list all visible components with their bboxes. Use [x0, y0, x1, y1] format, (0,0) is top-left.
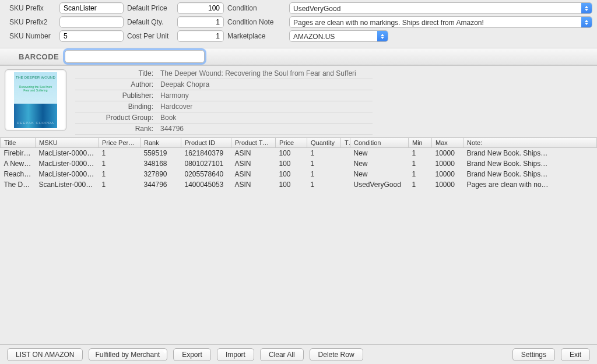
- dropdown-icon: [581, 3, 592, 13]
- col-product-id[interactable]: Product ID: [181, 138, 231, 148]
- sku-prefix-input[interactable]: [59, 2, 124, 14]
- cell-cond: New: [350, 158, 409, 169]
- table-row[interactable]: Firebird…MacLister-000002155951916218403…: [1, 148, 597, 159]
- cell-max: 10000: [432, 179, 463, 190]
- sku-number-label: SKU Number: [9, 32, 56, 40]
- export-button[interactable]: Export: [173, 348, 211, 361]
- binding-value: Hardcover: [157, 101, 373, 112]
- condition-value: UsedVeryGood: [290, 3, 581, 13]
- cell-qty: 1: [307, 179, 341, 190]
- product-thumbnail: THE DEEPER WOUND Recovering the Soul fro…: [5, 69, 66, 131]
- exit-button[interactable]: Exit: [561, 348, 590, 361]
- cell-pid: 0205578640: [181, 169, 231, 179]
- author-value: Deepak Chopra: [157, 79, 373, 90]
- cell-note: Pages are clean with no…: [463, 179, 597, 190]
- title-label: Title:: [75, 68, 157, 79]
- cell-price: 100: [276, 179, 307, 190]
- cell-title: A New P…: [1, 158, 36, 169]
- col-note[interactable]: Note:: [463, 138, 597, 148]
- barcode-input[interactable]: [65, 50, 205, 63]
- cell-t: [341, 148, 350, 159]
- dropdown-icon: [581, 17, 592, 27]
- cell-qty: 1: [307, 158, 341, 169]
- product-fields: Title: The Deeper Wound: Recovering the …: [75, 68, 373, 135]
- sku-prefix2-input[interactable]: [59, 16, 124, 28]
- cell-ptype: ASIN: [231, 148, 276, 159]
- cell-rank: 344796: [141, 179, 181, 190]
- clear-all-button[interactable]: Clear All: [260, 348, 304, 361]
- marketplace-label: Marketplace: [227, 32, 286, 40]
- cell-title: Firebird…: [1, 148, 36, 159]
- col-condition[interactable]: Condition: [350, 138, 409, 148]
- sku-number-input[interactable]: [59, 30, 124, 42]
- cell-t: [341, 169, 350, 179]
- col-min[interactable]: Min: [409, 138, 432, 148]
- listing-table: Title MSKU Price Per Unit Rank Product I…: [0, 137, 597, 190]
- rank-value: 344796: [157, 123, 373, 135]
- col-rank[interactable]: Rank: [141, 138, 181, 148]
- barcode-row: BARCODE: [0, 48, 597, 65]
- fulfillment-value: Fulfilled by Merchant: [95, 351, 163, 359]
- cell-msku: MacLister-000002: [36, 148, 99, 159]
- col-t[interactable]: T: [341, 138, 350, 148]
- cell-ppu: 1: [99, 148, 141, 159]
- author-label: Author:: [75, 79, 157, 90]
- cell-qty: 1: [307, 169, 341, 179]
- import-button[interactable]: Import: [217, 348, 254, 361]
- col-title[interactable]: Title: [1, 138, 36, 148]
- marketplace-select[interactable]: AMAZON.US: [289, 30, 388, 42]
- cell-pid: 1400045053: [181, 179, 231, 190]
- col-max[interactable]: Max: [432, 138, 463, 148]
- table-row[interactable]: The Dee…ScanLister-000…13447961400045053…: [1, 179, 597, 190]
- condition-select[interactable]: UsedVeryGood: [289, 2, 592, 14]
- cell-qty: 1: [307, 148, 341, 159]
- col-price[interactable]: Price: [276, 138, 307, 148]
- col-quantity[interactable]: Quantity: [307, 138, 341, 148]
- col-price-per-unit[interactable]: Price Per Unit: [99, 138, 141, 148]
- publisher-label: Publisher:: [75, 90, 157, 101]
- marketplace-value: AMAZON.US: [290, 31, 377, 41]
- cell-rank: 348168: [141, 158, 181, 169]
- table-row[interactable]: A New P…MacLister-0000031348168080102710…: [1, 158, 597, 169]
- delete-row-button[interactable]: Delete Row: [310, 348, 363, 361]
- cell-title: Reachin…: [1, 169, 36, 179]
- cell-title: The Dee…: [1, 179, 36, 190]
- fulfillment-select[interactable]: Fulfilled by Merchant: [89, 348, 167, 361]
- condition-note-label: Condition Note: [227, 18, 286, 26]
- condition-note-value: Pages are clean with no markings. Ships …: [290, 17, 581, 27]
- default-price-label: Default Price: [127, 4, 174, 12]
- condition-note-select[interactable]: Pages are clean with no markings. Ships …: [289, 16, 592, 28]
- cell-ppu: 1: [99, 169, 141, 179]
- cell-max: 10000: [432, 148, 463, 159]
- cell-pid: 1621840379: [181, 148, 231, 159]
- condition-label: Condition: [227, 4, 286, 12]
- default-price-input[interactable]: [177, 2, 224, 14]
- cell-max: 10000: [432, 169, 463, 179]
- table-row[interactable]: Reachin…MacLister-0000011327890020557864…: [1, 169, 597, 179]
- product-group-value: Book: [157, 112, 373, 123]
- dropdown-icon: [377, 31, 388, 41]
- settings-button[interactable]: Settings: [512, 348, 555, 361]
- cost-per-unit-input[interactable]: [177, 30, 224, 42]
- cell-pid: 0801027101: [181, 158, 231, 169]
- cell-cond: UsedVeryGood: [350, 179, 409, 190]
- table-header-row: Title MSKU Price Per Unit Rank Product I…: [1, 138, 597, 148]
- cell-note: Brand New Book. Ships…: [463, 169, 597, 179]
- default-qty-input[interactable]: [177, 16, 224, 28]
- product-detail: THE DEEPER WOUND Recovering the Soul fro…: [0, 65, 597, 137]
- cell-ppu: 1: [99, 158, 141, 169]
- cell-min: 1: [409, 169, 432, 179]
- cell-ptype: ASIN: [231, 179, 276, 190]
- cell-price: 100: [276, 158, 307, 169]
- book-cover-icon: THE DEEPER WOUND Recovering the Soul fro…: [14, 72, 57, 128]
- cell-ptype: ASIN: [231, 169, 276, 179]
- col-msku[interactable]: MSKU: [36, 138, 99, 148]
- barcode-label: BARCODE: [19, 52, 59, 61]
- cell-msku: ScanLister-000…: [36, 179, 99, 190]
- cost-per-unit-label: Cost Per Unit: [127, 32, 174, 40]
- list-on-amazon-button[interactable]: LIST ON AMAZON: [7, 348, 83, 361]
- default-qty-label: Default Qty.: [127, 18, 174, 26]
- col-product-type[interactable]: Product Type: [231, 138, 276, 148]
- binding-label: Binding:: [75, 101, 157, 112]
- cell-cond: New: [350, 169, 409, 179]
